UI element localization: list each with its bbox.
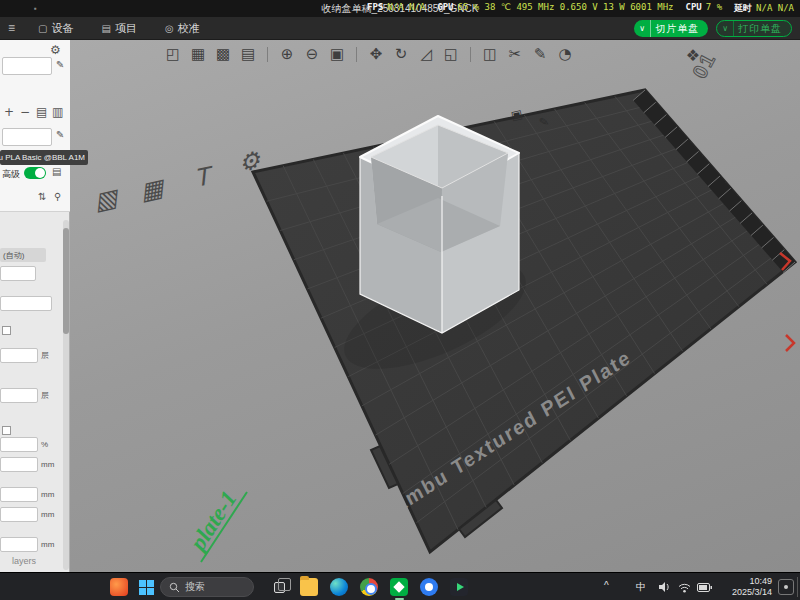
print-plate-button[interactable]: ∨ 打印单盘 [716,20,792,37]
parameter-input[interactable] [0,296,52,311]
plate-ground-icons: ▧▦T⚙ [95,144,263,216]
3d-viewport[interactable]: 01 Bambu Textured PEI Plate plate-1 ▧▦T⚙… [70,40,800,572]
plate-pattern-icon[interactable]: ▦ [141,172,166,206]
preset-list-icon[interactable]: ▤ [52,167,61,177]
taskbar-search-box[interactable]: 搜索 [160,577,254,597]
move-tool-icon[interactable]: ✥ [365,43,387,65]
unit-label: mm [41,510,54,519]
parameter-input[interactable] [0,348,38,363]
main-tabs: ▢ 设备 ▤ 项目 ◎ 校准 [24,17,214,39]
ime-indicator[interactable]: 中 [636,580,646,594]
parameter-input[interactable] [0,457,38,472]
show-desktop-button[interactable] [797,577,798,597]
tab-calibration[interactable]: ◎ 校准 [151,17,214,39]
cut-tool-icon[interactable]: ✂ [504,43,526,65]
plate-text-icon[interactable]: T [194,160,213,193]
scale-tool-icon[interactable]: ◿ [415,43,437,65]
volume-icon[interactable] [658,581,670,593]
parameter-input[interactable] [0,487,38,502]
clock[interactable]: 10:49 2025/3/14 [712,576,772,598]
tab-project[interactable]: ▤ 项目 [87,17,150,39]
hamburger-menu-icon[interactable]: ≡ [8,21,15,35]
parameter-checkbox[interactable] [2,426,11,435]
battery-icon[interactable] [697,583,712,592]
auto-mode-chip[interactable]: (自动) [0,248,46,262]
chrome-browser-icon[interactable] [360,578,378,596]
sidebar-scrollbar-thumb[interactable] [63,228,69,334]
bambu-studio-icon[interactable] [390,578,408,596]
clone-plate-icon[interactable]: ▣ [326,43,348,65]
filament-tooltip: Bambu PLA Basic @BBL A1M [0,150,88,165]
parameter-input[interactable] [0,437,38,452]
parameter-input[interactable] [0,388,38,403]
add-plate-icon[interactable]: ⊕ [276,43,298,65]
file-explorer-icon[interactable] [300,578,318,596]
parameter-input[interactable] [0,507,38,522]
perf-value: 7 % [706,2,722,12]
parameter-input[interactable] [0,266,36,281]
object-list-icon[interactable]: ▤ [237,43,259,65]
view-mode-icon[interactable]: ◰ [162,43,184,65]
filament-select[interactable] [2,128,52,146]
perf-label: 延时 [734,3,752,13]
menu-bar: ≡ ▢ 设备 ▤ 项目 ◎ 校准 ∨ 切片单盘 ∨ 打印单盘 [0,17,800,40]
advanced-mode-toggle[interactable] [24,167,46,179]
remove-filament-icon[interactable]: − [20,106,30,118]
slice-plate-button[interactable]: ∨ 切片单盘 [634,20,708,37]
rotate-tool-icon[interactable]: ↻ [390,43,412,65]
arrange-all-icon[interactable]: ▩ [212,43,234,65]
delete-plate-icon[interactable]: ⊖ [301,43,323,65]
ams-icon[interactable]: ▥ [52,106,63,118]
taskbar-app-orange-icon[interactable] [110,578,128,596]
notification-center-icon[interactable] [778,579,794,595]
chevron-down-icon[interactable]: ∨ [717,21,734,36]
unit-label: mm [41,540,54,549]
tab-project-label: 项目 [115,21,137,36]
parameter-row: % [0,437,48,452]
bambu-logo-glyph [393,581,404,592]
paint-tool-icon[interactable]: ✎ [529,43,551,65]
unit-label: 层 [41,350,49,361]
slice-button-label: 切片单盘 [651,22,708,36]
compare-icon[interactable]: ⇅ [38,192,46,202]
perf-value: 65 % 38 ℃ 495 MHz 0.650 V 13 W 6001 MHz [458,2,674,12]
plate-lock-icon[interactable]: ▣ [510,107,524,123]
tab-device-label: 设备 [51,21,73,36]
task-view-button[interactable] [270,578,288,596]
plate-layout-icon[interactable]: ▦ [187,43,209,65]
search-icon[interactable]: ⚲ [54,192,61,202]
start-button[interactable] [138,579,154,595]
plate-paint-icon[interactable]: ▧ [95,182,120,216]
seam-tool-icon[interactable]: ◔ [554,43,576,65]
parameter-checkbox[interactable] [2,326,11,335]
unit-label: % [41,440,48,449]
split-tool-icon[interactable]: ◫ [479,43,501,65]
assembly-view-icon[interactable]: ❖ [682,44,704,66]
tab-device[interactable]: ▢ 设备 [24,17,87,39]
plate-settings-icon[interactable]: ⚙ [239,144,263,178]
parameter-row: 层 [0,348,49,363]
print-button-label: 打印单盘 [734,22,791,36]
lay-flat-tool-icon[interactable]: ◱ [440,43,462,65]
app-dark-glyph [457,583,464,591]
plate-name-label[interactable]: plate-1 [184,486,242,556]
gear-icon[interactable]: ⚙ [50,44,61,56]
edit-icon[interactable]: ✎ [56,60,64,70]
parameter-input[interactable] [0,537,38,552]
filament-list-icon[interactable]: ▤ [36,106,47,118]
parameter-row: mm [0,507,54,522]
printer-select[interactable] [2,57,52,75]
tray-chevron-up-icon[interactable]: ^ [604,580,609,591]
windows-taskbar: 搜索 ^ 中 10:49 2025/3/14 [0,572,800,600]
perf-label: CPU [686,2,702,12]
add-filament-icon[interactable]: + [4,106,14,118]
edit-icon[interactable]: ✎ [56,130,64,140]
edge-browser-icon[interactable] [330,578,348,596]
chevron-down-icon[interactable]: ∨ [634,20,651,37]
perf-item: GPU65 % 38 ℃ 495 MHz 0.650 V 13 W 6001 M… [437,2,673,15]
taskbar-app-dark-icon[interactable] [450,578,468,596]
network-icon[interactable] [678,582,691,593]
taskbar-app-blue-icon[interactable] [420,578,438,596]
model-object[interactable] [360,116,519,333]
perf-item: CPU7 % [686,2,723,15]
